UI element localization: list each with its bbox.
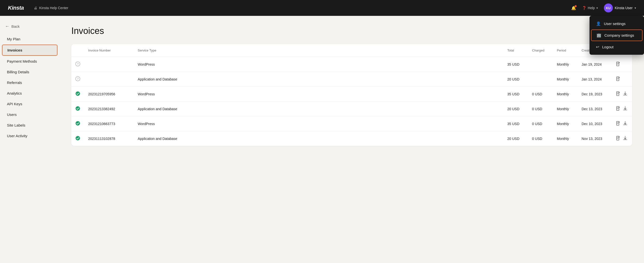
- svg-point-8: [76, 106, 80, 111]
- svg-point-12: [76, 136, 80, 140]
- svg-text:?: ?: [77, 62, 79, 66]
- total-cell: 20 USD: [503, 131, 528, 146]
- charged-cell: [528, 57, 553, 72]
- notification-dot: [575, 5, 577, 7]
- logout-icon: ↩: [596, 44, 599, 49]
- main-content: Invoices Invoice Number Service Type Tot…: [60, 16, 644, 263]
- user-name: Kinsta User: [615, 6, 632, 10]
- svg-rect-5: [616, 77, 619, 81]
- view-invoice-icon[interactable]: [616, 106, 620, 112]
- period-cell: Monthly: [553, 116, 578, 131]
- svg-rect-11: [616, 121, 619, 125]
- svg-rect-9: [616, 106, 619, 110]
- period-cell: Monthly: [553, 72, 578, 87]
- sidebar-item-my-plan[interactable]: My Plan: [2, 34, 58, 44]
- view-invoice-icon[interactable]: [616, 92, 620, 97]
- building-icon: 🏢: [596, 33, 602, 38]
- status-cell: ?: [71, 72, 84, 87]
- service-type-cell: Application and Database: [134, 72, 503, 87]
- col-period-header: Period: [553, 44, 578, 57]
- svg-point-6: [76, 92, 80, 96]
- service-type-cell: Application and Database: [134, 102, 503, 116]
- sidebar-item-site-labels[interactable]: Site Labels: [2, 120, 58, 130]
- help-button[interactable]: ❓ Help ▾: [582, 6, 598, 10]
- service-type-cell: WordPress: [134, 87, 503, 102]
- period-cell: Monthly: [553, 57, 578, 72]
- user-dropdown-menu: 👤 User settings 🏢 Company settings ↩ Log…: [590, 16, 644, 55]
- view-invoice-icon[interactable]: [616, 76, 620, 82]
- invoice-number-cell: 20231210663773: [84, 116, 134, 131]
- svg-rect-13: [616, 136, 619, 140]
- sidebar-nav: My Plan Invoices Payment Methods Billing…: [0, 34, 60, 141]
- actions-cell: [612, 87, 632, 102]
- sidebar-item-api-keys[interactable]: API Keys: [2, 99, 58, 109]
- created-cell: Nov 13, 2023: [578, 131, 612, 146]
- col-total-header: Total: [503, 44, 528, 57]
- service-type-cell: WordPress: [134, 57, 503, 72]
- total-cell: 35 USD: [503, 87, 528, 102]
- sidebar-item-invoices[interactable]: Invoices: [2, 44, 58, 56]
- created-cell: Dec 13, 2023: [578, 102, 612, 116]
- charged-cell: [528, 72, 553, 87]
- status-cell: [71, 116, 84, 131]
- download-invoice-icon[interactable]: [623, 121, 627, 126]
- chevron-down-icon: ▾: [634, 6, 636, 10]
- actions-cell: [612, 131, 632, 146]
- status-cell: [71, 87, 84, 102]
- help-circle-icon: ❓: [582, 6, 586, 10]
- created-cell: Jan 19, 2024: [578, 57, 612, 72]
- svg-rect-7: [616, 92, 619, 96]
- topnav: Kinsta 🖨 Kinsta Help Center 🔔 ❓ Help ▾ K…: [0, 0, 644, 16]
- invoice-number-cell: 20231213382492: [84, 102, 134, 116]
- logout-menu-item[interactable]: ↩ Logout: [591, 42, 642, 52]
- sidebar-item-users[interactable]: Users: [2, 110, 58, 120]
- table-row: ?Application and Database20 USDMonthlyJa…: [71, 72, 632, 87]
- status-cell: ?: [71, 57, 84, 72]
- col-service-type-header: Service Type: [134, 44, 503, 57]
- svg-text:?: ?: [77, 77, 79, 81]
- user-icon: 👤: [596, 21, 601, 26]
- user-menu-button[interactable]: KU Kinsta User ▾: [604, 4, 636, 12]
- sidebar-item-referrals[interactable]: Referrals: [2, 78, 58, 88]
- status-cell: [71, 131, 84, 146]
- user-settings-menu-item[interactable]: 👤 User settings: [591, 18, 642, 29]
- view-invoice-icon[interactable]: [616, 136, 620, 142]
- notifications-button[interactable]: 🔔: [571, 6, 576, 10]
- download-invoice-icon[interactable]: [623, 136, 627, 142]
- invoice-table-body: ?WordPress35 USDMonthlyJan 19, 2024?Appl…: [71, 57, 632, 146]
- sidebar-item-payment-methods[interactable]: Payment Methods: [2, 56, 58, 66]
- help-center-link[interactable]: 🖨 Kinsta Help Center: [34, 6, 68, 10]
- col-invoice-number-header: Invoice Number: [84, 44, 134, 57]
- page-layout: ← Back My Plan Invoices Payment Methods …: [0, 16, 644, 263]
- charged-cell: 0 USD: [528, 102, 553, 116]
- period-cell: Monthly: [553, 131, 578, 146]
- invoice-number-cell: 20231113102878: [84, 131, 134, 146]
- download-invoice-icon[interactable]: [623, 92, 627, 97]
- service-type-cell: WordPress: [134, 116, 503, 131]
- invoice-table-wrap: Invoice Number Service Type Total Charge…: [71, 44, 632, 146]
- view-invoice-icon[interactable]: [616, 62, 620, 67]
- view-invoice-icon[interactable]: [616, 121, 620, 126]
- table-row: 20231210663773WordPress35 USD0 USDMonthl…: [71, 116, 632, 131]
- actions-cell: [612, 102, 632, 116]
- table-row: 20231219705956WordPress35 USD0 USDMonthl…: [71, 87, 632, 102]
- actions-cell: [612, 116, 632, 131]
- sidebar-item-analytics[interactable]: Analytics: [2, 88, 58, 98]
- sidebar-item-user-activity[interactable]: User Activity: [2, 131, 58, 141]
- download-invoice-icon[interactable]: [623, 106, 627, 112]
- table-header: Invoice Number Service Type Total Charge…: [71, 44, 632, 57]
- page-title: Invoices: [71, 26, 632, 36]
- topnav-right: 🔔 ❓ Help ▾ KU Kinsta User ▾: [571, 4, 636, 12]
- total-cell: 35 USD: [503, 57, 528, 72]
- created-cell: Jan 13, 2024: [578, 72, 612, 87]
- actions-cell: [612, 72, 632, 87]
- sidebar-item-billing-details[interactable]: Billing Details: [2, 67, 58, 77]
- check-circle-icon: [75, 122, 80, 126]
- back-arrow-icon: ←: [5, 24, 10, 29]
- invoice-number-cell: [84, 72, 134, 87]
- invoice-number-cell: 20231219705956: [84, 87, 134, 102]
- company-settings-menu-item[interactable]: 🏢 Company settings: [591, 30, 642, 41]
- back-button[interactable]: ← Back: [0, 22, 60, 34]
- table-row: 20231113102878Application and Database20…: [71, 131, 632, 146]
- charged-cell: 0 USD: [528, 131, 553, 146]
